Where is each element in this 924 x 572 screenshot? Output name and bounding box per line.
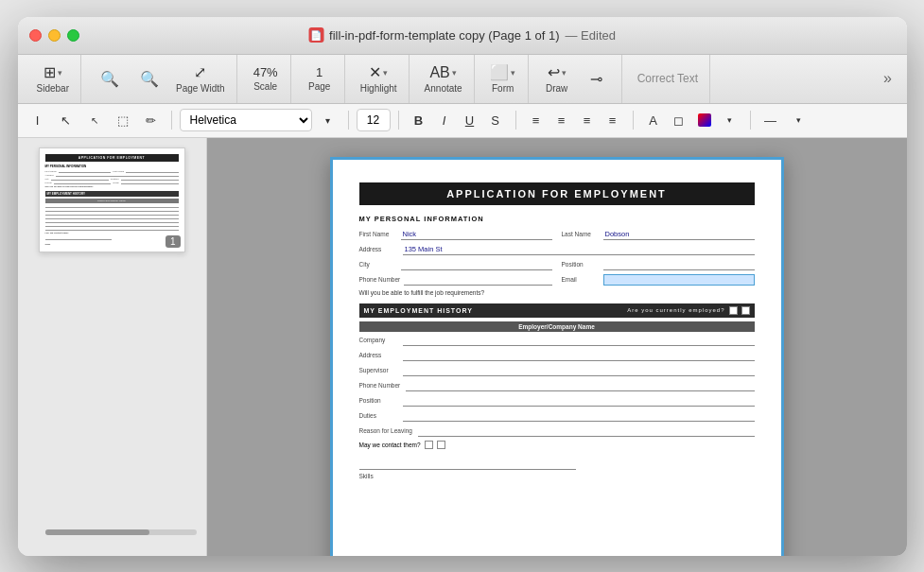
pdf-view-area: APPLICATION FOR EMPLOYMENT MY PERSONAL I…: [207, 138, 907, 556]
duties-input[interactable]: [403, 410, 755, 422]
zoom-out-button[interactable]: 🔍: [91, 66, 129, 92]
align-buttons: ≡ ≡ ≡ ≡: [524, 108, 625, 132]
position-label: Position: [562, 261, 600, 268]
crop-button[interactable]: ⬚: [111, 108, 135, 132]
toolbar-group-highlight: ✕ ▾ Highlight: [349, 55, 410, 103]
pen-button[interactable]: ✏: [139, 108, 164, 132]
minimize-button[interactable]: [48, 29, 61, 42]
page-display[interactable]: 1 Page: [301, 61, 339, 95]
sidebar-chevron: ▾: [58, 68, 62, 78]
italic-button[interactable]: I: [432, 108, 457, 132]
toolbar-group-page: 1 Page: [295, 55, 345, 103]
highlight-color-button[interactable]: ◻: [667, 108, 691, 132]
toolbar-group-correct-text: Correct Text: [626, 55, 710, 103]
form-chevron: ▾: [511, 68, 515, 78]
emp-position-label: Position: [359, 397, 397, 404]
file-icon: 📄: [308, 27, 323, 43]
font-size-input[interactable]: [357, 109, 391, 131]
supervisor-input[interactable]: [403, 365, 755, 376]
may-contact-row: May we contact them?: [359, 441, 755, 449]
email-input[interactable]: [603, 274, 755, 286]
duties-label: Duties: [359, 412, 397, 419]
zoom-group[interactable]: ⤢ Page Width: [170, 60, 231, 97]
contact-yes[interactable]: [425, 441, 433, 449]
toolbar-group-sidebar: ⊞ ▾ Sidebar: [26, 55, 81, 103]
scale-display[interactable]: 47% Scale: [247, 61, 285, 95]
cursor-icon-button[interactable]: I: [26, 108, 50, 132]
checkbox-yes[interactable]: [729, 306, 738, 315]
highlight-button[interactable]: ✕ ▾ Highlight: [355, 60, 403, 97]
checkbox-no[interactable]: [741, 306, 750, 315]
annotate-icon: AB: [429, 64, 449, 81]
close-button[interactable]: [29, 29, 42, 42]
text-color-button[interactable]: A: [641, 108, 666, 132]
zoom-in-icon: 🔍: [140, 70, 159, 88]
company-label: Company: [359, 337, 397, 343]
align-justify-button[interactable]: ≡: [601, 108, 625, 132]
maximize-button[interactable]: [67, 29, 79, 42]
reason-input[interactable]: [418, 425, 755, 437]
underline-button[interactable]: U: [458, 108, 482, 132]
edited-label: — Edited: [566, 28, 616, 43]
city-input[interactable]: [401, 259, 552, 270]
form-button[interactable]: ⬜ ▾ Form: [484, 60, 522, 97]
sidebar-button[interactable]: ⊞ ▾ Sidebar: [31, 60, 75, 97]
sidebar-icon: ⊞: [44, 63, 56, 81]
traffic-lights: [29, 29, 79, 42]
employer-header: Employer/Company Name: [359, 321, 755, 332]
contact-no[interactable]: [437, 441, 445, 449]
company-input[interactable]: [403, 335, 755, 346]
select-button[interactable]: ↖: [54, 108, 78, 132]
correct-text-label: Correct Text: [637, 72, 698, 85]
annotate-label: Annotate: [425, 83, 462, 94]
page-thumbnail[interactable]: APPLICATION FOR EMPLOYMENT MY PERSONAL I…: [39, 147, 185, 252]
address-label: Address: [359, 246, 397, 252]
address-input[interactable]: [403, 244, 755, 255]
bold-button[interactable]: B: [407, 108, 431, 132]
separator-4: [515, 111, 516, 130]
skills-field[interactable]: [359, 457, 577, 470]
font-select[interactable]: Helvetica: [180, 109, 312, 131]
pdf-page: APPLICATION FOR EMPLOYMENT MY PERSONAL I…: [330, 157, 784, 556]
separator-6: [750, 111, 751, 130]
last-name-input[interactable]: [603, 229, 755, 240]
align-right-button[interactable]: ≡: [575, 108, 600, 132]
draw-alt-button[interactable]: ⊸: [578, 66, 616, 92]
separator-3: [398, 111, 399, 130]
toolbar-group-draw: ↩ ▾ Draw ⊸: [532, 55, 622, 103]
zoom-in-button[interactable]: 🔍: [131, 66, 168, 92]
correct-text-button[interactable]: Correct Text: [632, 68, 704, 89]
toolbar-group-form: ⬜ ▾ Form: [479, 55, 529, 103]
line-chevron[interactable]: ▾: [787, 108, 811, 132]
emp-position-input[interactable]: [403, 395, 755, 407]
annotate-button[interactable]: AB ▾ Annotate: [419, 61, 468, 97]
align-left-button[interactable]: ≡: [524, 108, 549, 132]
font-chevron-icon[interactable]: ▾: [316, 108, 340, 132]
emp-phone-input[interactable]: [406, 380, 754, 391]
select2-button[interactable]: ↖: [82, 108, 107, 132]
sidebar-scrollbar[interactable]: [45, 529, 197, 535]
more-button[interactable]: »: [877, 67, 899, 90]
first-name-input[interactable]: [401, 229, 552, 240]
separator-1: [171, 111, 172, 130]
thumb-section1: MY PERSONAL INFORMATION: [45, 165, 179, 168]
line-button[interactable]: —: [758, 108, 783, 132]
align-center-button[interactable]: ≡: [549, 108, 574, 132]
strikethrough-button[interactable]: S: [483, 108, 508, 132]
window-title: fill-in-pdf-form-template copy (Page 1 o…: [329, 28, 559, 43]
phone-input[interactable]: [404, 274, 551, 286]
form-icon: ⬜: [490, 63, 509, 81]
position-input[interactable]: [603, 259, 755, 270]
draw-button[interactable]: ↩ ▾ Draw: [538, 60, 576, 97]
page-value: 1: [316, 65, 323, 79]
color-picker-button[interactable]: [692, 108, 717, 132]
toolbar-group-scale: 47% Scale: [241, 55, 291, 103]
sidebar-label: Sidebar: [37, 83, 69, 94]
last-name-label: Last Name: [562, 231, 600, 237]
pdf-section2: MY EMPLOYMENT HISTORY Are you currently …: [359, 303, 755, 318]
color-chevron[interactable]: ▾: [718, 108, 742, 132]
first-name-label: First Name: [359, 231, 397, 237]
emp-address-input[interactable]: [403, 350, 755, 361]
color-tools: A ◻ ▾: [641, 108, 742, 132]
scrollbar-thumb[interactable]: [45, 529, 149, 535]
